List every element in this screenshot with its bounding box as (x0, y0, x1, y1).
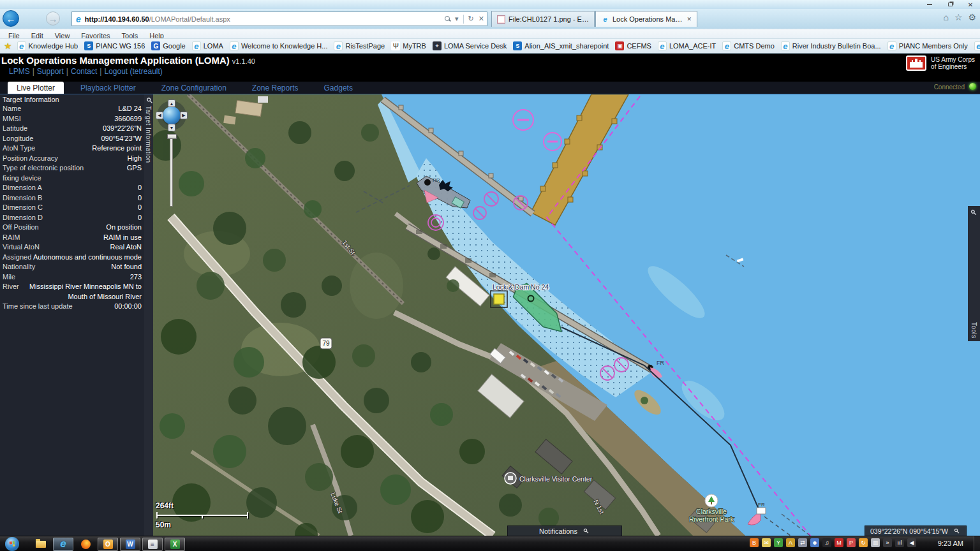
field-label: Virtual AtoN (3, 242, 40, 253)
zoom-slider[interactable] (170, 134, 173, 207)
excel-icon: X (170, 540, 180, 549)
favorite-item[interactable]: S PIANC WG 156 (84, 41, 145, 50)
search-icon[interactable] (445, 16, 450, 22)
favorite-item[interactable]: e LOMA_ACE-IT (658, 41, 716, 50)
pin-icon[interactable] (970, 209, 978, 217)
favorite-item[interactable]: S Alion_AIS_xmit_sharepoint (513, 41, 609, 50)
nav-link-contact[interactable]: Contact (71, 67, 97, 76)
globe-icon[interactable] (163, 107, 181, 124)
app-tab[interactable]: Zone Reports (243, 82, 308, 94)
field-label: River (3, 282, 19, 292)
gear-icon[interactable]: ⚙ (968, 12, 976, 22)
refresh-icon[interactable]: ↻ (468, 15, 474, 23)
app-tab[interactable]: Gadgets (315, 82, 362, 94)
lock-dam-label: Lock & Dam No 24 (493, 283, 549, 291)
browser-tab-loma[interactable]: e Lock Operations Managem... ✕ (595, 11, 697, 27)
cursor-coordinates[interactable]: 039°22′26″N 090°54′15″W (865, 525, 967, 536)
start-button[interactable] (5, 537, 19, 551)
window-minimize-button[interactable] (923, 1, 937, 8)
notifications-label: Notifications (539, 527, 577, 535)
back-button[interactable]: ← (3, 10, 19, 27)
favorite-icon: e (192, 41, 201, 50)
app-tab[interactable]: Zone Configuration (152, 82, 235, 94)
window-close-button[interactable]: ✕ (963, 1, 977, 8)
tray-icon[interactable]: ☻ (810, 538, 819, 547)
field-value: RAIM in use (20, 233, 142, 243)
favorite-item[interactable]: e River Industry Bulletin Boa... (781, 41, 881, 50)
target-info-row: River Mississippi River Minneapolis MN t… (0, 282, 144, 302)
pin-icon[interactable] (583, 527, 590, 535)
tray-icon[interactable]: ⇄ (798, 538, 807, 547)
taskbar-word-button[interactable]: W (120, 538, 140, 551)
browser-titlebar: ✕ (0, 0, 980, 9)
favorite-item[interactable]: e PIANC Members Only (887, 41, 968, 50)
notifications-bar[interactable]: Notifications (507, 525, 622, 536)
tray-icon[interactable]: B (750, 538, 759, 547)
field-label: AtoN Type (3, 143, 35, 154)
tray-icon[interactable]: P (847, 538, 856, 547)
taskbar-clock[interactable]: 9:23 AM (938, 540, 963, 547)
tray-icon[interactable]: » (883, 538, 892, 547)
pin-icon[interactable] (953, 527, 961, 535)
nav-link-logout[interactable]: Logout (tetreault) (104, 67, 162, 76)
favorite-item[interactable]: G Google (151, 41, 185, 50)
favorite-item[interactable]: e RisTestPage (334, 41, 385, 50)
tray-icon[interactable]: M (835, 538, 843, 547)
tray-icon[interactable]: A (786, 538, 795, 547)
map-viewport[interactable]: FR (153, 94, 980, 536)
stop-icon[interactable]: ✕ (479, 15, 484, 23)
pan-west-button[interactable]: ◀ (156, 112, 163, 119)
app-tab[interactable]: Playback Plotter (71, 82, 145, 94)
browser-tab-erdc-wiki[interactable]: File:CHL0127 1.png - ERDC Wiki (491, 11, 595, 27)
map-scale: 264ft 50m (156, 501, 250, 529)
app-tab[interactable]: Live Plotter (8, 82, 64, 94)
target-information-panel: Target Information Name L&D 24 MMSI 3660… (0, 94, 144, 536)
taskbar-firefox-button[interactable] (75, 538, 96, 551)
address-bar[interactable]: e http://140.194.60.50 /LOMAPortal/Defau… (71, 11, 487, 26)
home-icon[interactable]: ⌂ (943, 12, 948, 22)
taskbar-outlook-button[interactable]: O (98, 538, 118, 551)
taskbar-excel-button[interactable]: X (165, 538, 185, 551)
field-label: Longitude (3, 134, 33, 144)
add-favorite-icon[interactable]: ★ (4, 41, 12, 51)
favorite-item[interactable]: e CMTS Demo (722, 41, 775, 50)
favorite-item[interactable]: ▣ CEFMS (615, 41, 651, 50)
field-value: GPS (87, 163, 142, 173)
pan-north-button[interactable]: ▲ (168, 99, 175, 107)
zoom-slider-handle[interactable] (167, 134, 177, 139)
pan-east-button[interactable]: ▶ (180, 112, 188, 119)
tray-icon[interactable]: ♫ (822, 538, 831, 547)
favorite-item[interactable]: e ERDC Data Warehouse (974, 41, 980, 50)
tray-icon[interactable]: ✉ (762, 538, 771, 547)
show-desktop-button[interactable] (974, 536, 980, 551)
tray-icon[interactable]: ◀ (907, 538, 916, 547)
target-information-collapse-strip[interactable]: Target Information (144, 94, 153, 536)
favorite-label: PIANC WG 156 (96, 42, 145, 50)
forward-button[interactable]: → (46, 11, 60, 26)
favorite-icon: ✦ (433, 41, 442, 50)
tab-close-icon[interactable]: ✕ (687, 16, 692, 22)
map-pan-control[interactable]: ▲ ▼ ◀ ▶ (157, 101, 186, 130)
tray-icon[interactable]: ııl (895, 538, 904, 547)
nav-link-lpms[interactable]: LPMS (9, 67, 30, 76)
tray-icon[interactable]: Y (774, 538, 783, 547)
nav-link-support[interactable]: Support (37, 67, 64, 76)
pan-south-button[interactable]: ▼ (168, 124, 175, 131)
route-shield: 79 (320, 338, 332, 349)
favorite-item[interactable]: e Welcome to Knowledge H... (230, 41, 328, 50)
chevron-down-icon[interactable]: ▾ (455, 15, 459, 23)
taskbar-explorer-button[interactable] (31, 538, 51, 551)
window-restore-button[interactable] (943, 1, 957, 8)
tray-icon[interactable]: ↻ (859, 538, 868, 547)
field-value: 0 (42, 183, 142, 193)
favorite-item[interactable]: e Knowledge Hub (17, 41, 78, 50)
screen: ✕ ← → e http://140.194.60.50 /LOMAPortal… (0, 0, 980, 551)
favorite-item[interactable]: ✦ LOMA Service Desk (433, 41, 507, 50)
tray-icon[interactable]: ▥ (871, 538, 880, 547)
favorites-star-icon[interactable]: ☆ (954, 12, 963, 22)
tools-collapse-strip[interactable]: Tools (968, 206, 980, 341)
favorite-item[interactable]: Ψ MyTRB (391, 41, 426, 50)
favorite-item[interactable]: e LOMA (192, 41, 223, 50)
taskbar-journal-button[interactable]: ≡ (142, 538, 163, 551)
taskbar-ie-button[interactable]: e (53, 538, 73, 551)
